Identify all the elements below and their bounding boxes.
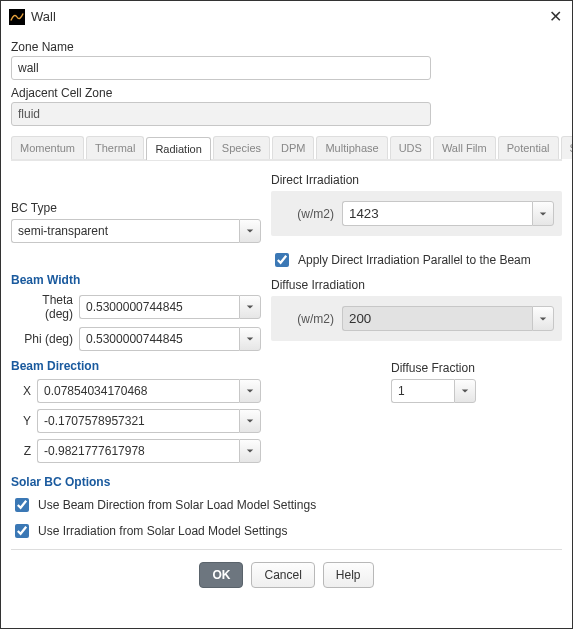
solar-bc-title: Solar BC Options bbox=[11, 475, 562, 489]
direct-units-label: (w/m2) bbox=[279, 207, 334, 221]
close-icon[interactable]: ✕ bbox=[549, 7, 562, 26]
solar-opt1-label: Use Beam Direction from Solar Load Model… bbox=[38, 498, 316, 512]
solar-opt2-checkbox[interactable] bbox=[15, 524, 29, 538]
solar-opt2-label: Use Irradiation from Solar Load Model Se… bbox=[38, 524, 287, 538]
tab-momentum[interactable]: Momentum bbox=[11, 136, 84, 159]
tab-potential[interactable]: Potential bbox=[498, 136, 559, 159]
phi-label: Phi (deg) bbox=[11, 332, 73, 346]
chevron-down-icon[interactable] bbox=[239, 379, 261, 403]
y-input[interactable]: -0.1707578957321 bbox=[37, 409, 239, 433]
tab-radiation[interactable]: Radiation bbox=[146, 137, 210, 160]
diffuse-fraction-title: Diffuse Fraction bbox=[391, 361, 475, 375]
app-icon bbox=[9, 9, 25, 25]
apply-beam-checkbox[interactable] bbox=[275, 253, 289, 267]
chevron-down-icon[interactable] bbox=[532, 306, 554, 331]
tab-multiphase[interactable]: Multiphase bbox=[316, 136, 387, 159]
beam-width-title: Beam Width bbox=[11, 273, 261, 287]
chevron-down-icon[interactable] bbox=[239, 327, 261, 351]
chevron-down-icon[interactable] bbox=[454, 379, 476, 403]
cancel-button[interactable]: Cancel bbox=[251, 562, 314, 588]
adjacent-zone-label: Adjacent Cell Zone bbox=[11, 86, 562, 100]
direct-irradiation-panel: (w/m2) bbox=[271, 191, 562, 236]
titlebar: Wall ✕ bbox=[1, 1, 572, 30]
tab-wall-film[interactable]: Wall Film bbox=[433, 136, 496, 159]
chevron-down-icon[interactable] bbox=[239, 409, 261, 433]
tab-thermal[interactable]: Thermal bbox=[86, 136, 144, 159]
direct-irradiation-input[interactable] bbox=[342, 201, 532, 226]
tab-structure[interactable]: Structure bbox=[561, 136, 573, 159]
solar-opt1-checkbox[interactable] bbox=[15, 498, 29, 512]
ok-button[interactable]: OK bbox=[199, 562, 243, 588]
adjacent-zone-input bbox=[11, 102, 431, 126]
zone-name-label: Zone Name bbox=[11, 40, 562, 54]
z-label: Z bbox=[11, 444, 31, 458]
x-label: X bbox=[11, 384, 31, 398]
diffuse-units-label: (w/m2) bbox=[279, 312, 334, 326]
diffuse-fraction-input[interactable]: 1 bbox=[391, 379, 454, 403]
bc-type-label: BC Type bbox=[11, 201, 261, 215]
beam-direction-title: Beam Direction bbox=[11, 359, 261, 373]
diffuse-irradiation-panel: (w/m2) bbox=[271, 296, 562, 341]
tab-dpm[interactable]: DPM bbox=[272, 136, 314, 159]
z-input[interactable]: -0.9821777617978 bbox=[37, 439, 239, 463]
tabs: Momentum Thermal Radiation Species DPM M… bbox=[11, 136, 562, 161]
diffuse-irradiation-title: Diffuse Irradiation bbox=[271, 278, 562, 292]
chevron-down-icon[interactable] bbox=[532, 201, 554, 226]
chevron-down-icon[interactable] bbox=[239, 295, 261, 319]
chevron-down-icon[interactable] bbox=[239, 219, 261, 243]
tab-uds[interactable]: UDS bbox=[390, 136, 431, 159]
tab-species[interactable]: Species bbox=[213, 136, 270, 159]
bc-type-select[interactable]: semi-transparent bbox=[11, 219, 239, 243]
help-button[interactable]: Help bbox=[323, 562, 374, 588]
apply-beam-label: Apply Direct Irradiation Parallel to the… bbox=[298, 253, 531, 267]
chevron-down-icon[interactable] bbox=[239, 439, 261, 463]
direct-irradiation-title: Direct Irradiation bbox=[271, 173, 562, 187]
zone-name-input[interactable] bbox=[11, 56, 431, 80]
theta-input[interactable]: 0.5300000744845 bbox=[79, 295, 239, 319]
x-input[interactable]: 0.07854034170468 bbox=[37, 379, 239, 403]
window-title: Wall bbox=[31, 9, 56, 24]
diffuse-irradiation-input bbox=[342, 306, 532, 331]
button-bar: OK Cancel Help bbox=[11, 562, 562, 598]
theta-label: Theta (deg) bbox=[11, 293, 73, 321]
phi-input[interactable]: 0.5300000744845 bbox=[79, 327, 239, 351]
divider bbox=[11, 549, 562, 550]
y-label: Y bbox=[11, 414, 31, 428]
